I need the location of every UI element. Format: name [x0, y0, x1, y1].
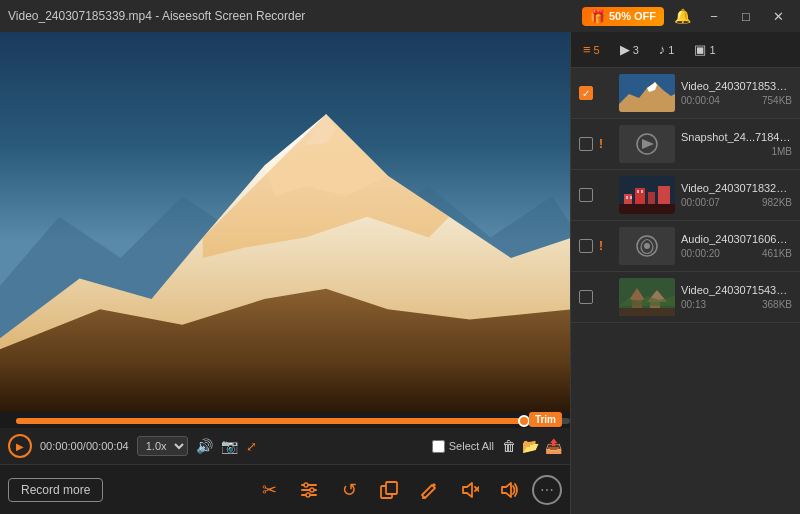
select-all-area: Select All — [432, 440, 494, 453]
video-preview-area[interactable] — [0, 32, 570, 412]
mountain-graphic — [0, 32, 570, 412]
tab-video[interactable]: ▶ 3 — [616, 38, 643, 61]
file-thumbnail — [619, 227, 675, 265]
titlebar-left: Video_240307185339.mp4 - Aiseesoft Scree… — [8, 9, 305, 23]
file-name: Video_240307154314.mp4 — [681, 284, 792, 296]
app-title: Video_240307185339.mp4 - Aiseesoft Scree… — [8, 9, 305, 23]
all-icon: ≡ — [583, 42, 591, 57]
file-meta: 00:00:07 982KB — [681, 197, 792, 208]
tab-image[interactable]: ▣ 1 — [690, 38, 719, 61]
file-duration: 00:00:04 — [681, 95, 720, 106]
action-icons: 🗑 📂 📤 — [502, 438, 562, 454]
file-checkbox[interactable] — [579, 137, 593, 151]
time-display: 00:00:00/00:00:04 — [40, 440, 129, 452]
file-thumbnail — [619, 74, 675, 112]
svg-rect-31 — [630, 196, 632, 199]
svg-rect-30 — [626, 196, 628, 199]
maximize-button[interactable]: □ — [732, 5, 760, 27]
scrubber-area: Trim — [0, 412, 570, 428]
svg-point-10 — [304, 483, 308, 487]
file-size: 982KB — [762, 197, 792, 208]
camera-icon[interactable]: 📷 — [221, 438, 238, 454]
tab-all[interactable]: ≡ 5 — [579, 38, 604, 61]
list-item[interactable]: Video_240307183229.mp4 00:00:07 982KB — [571, 170, 800, 221]
file-duration: 00:13 — [681, 299, 706, 310]
svg-point-12 — [306, 493, 310, 497]
more-options-button[interactable]: ⋯ — [532, 475, 562, 505]
folder-open-icon[interactable]: 📂 — [522, 438, 539, 454]
file-size: 1MB — [771, 146, 792, 157]
file-meta: 00:00:04 754KB — [681, 95, 792, 106]
edit-tool-button[interactable] — [412, 473, 446, 507]
mute-tool-button[interactable] — [452, 473, 486, 507]
image-icon: ▣ — [694, 42, 706, 57]
svg-rect-29 — [619, 204, 675, 214]
volume-tool-button[interactable] — [492, 473, 526, 507]
promo-badge[interactable]: 🎁 50% OFF — [582, 7, 664, 26]
video-frame — [0, 32, 570, 412]
audio-count: 1 — [668, 44, 674, 56]
close-button[interactable]: ✕ — [764, 5, 792, 27]
svg-point-36 — [644, 243, 650, 249]
bottom-toolbar: Record more ✂ ↺ — [0, 464, 570, 514]
list-item[interactable]: ! Audio_240307160615.mp3 00:00:20 461KB — [571, 221, 800, 272]
cut-tool-button[interactable]: ✂ — [252, 473, 286, 507]
notification-icon[interactable]: 🔔 — [668, 5, 696, 27]
volume-icon[interactable]: 🔊 — [196, 438, 213, 454]
tab-audio[interactable]: ♪ 1 — [655, 38, 679, 61]
select-all-checkbox[interactable] — [432, 440, 445, 453]
list-item[interactable]: ! Snapshot_24...7184042.png 1MB — [571, 119, 800, 170]
left-panel: Trim ▶ 00:00:00/00:00:04 1.0x 0.5x 1.5x … — [0, 32, 570, 514]
file-duration: 00:00:20 — [681, 248, 720, 259]
time-current: 00:00:00 — [40, 440, 83, 452]
file-list: ✓ Video_240307185339.mp4 00:00:04 754KB — [571, 68, 800, 514]
file-info: Audio_240307160615.mp3 00:00:20 461KB — [681, 233, 792, 259]
file-duration: 00:00:07 — [681, 197, 720, 208]
list-item[interactable]: Video_240307154314.mp4 00:13 368KB — [571, 272, 800, 323]
file-name: Audio_240307160615.mp3 — [681, 233, 792, 245]
media-type-tabs: ≡ 5 ▶ 3 ♪ 1 ▣ 1 — [571, 32, 800, 68]
fullscreen-icon[interactable]: ⤢ — [246, 439, 257, 454]
file-thumbnail — [619, 125, 675, 163]
all-count: 5 — [594, 44, 600, 56]
file-size: 754KB — [762, 95, 792, 106]
titlebar: Video_240307185339.mp4 - Aiseesoft Scree… — [0, 0, 800, 32]
copy-tool-button[interactable] — [372, 473, 406, 507]
file-checkbox[interactable] — [579, 188, 593, 202]
file-name: Video_240307185339.mp4 — [681, 80, 792, 92]
file-info: Video_240307183229.mp4 00:00:07 982KB — [681, 182, 792, 208]
svg-rect-14 — [386, 482, 397, 494]
warning-icon: ! — [599, 137, 613, 151]
time-total: 00:00:04 — [86, 440, 129, 452]
minimize-button[interactable]: − — [700, 5, 728, 27]
record-more-button[interactable]: Record more — [8, 478, 103, 502]
file-checkbox[interactable] — [579, 290, 593, 304]
export-icon[interactable]: 📤 — [545, 438, 562, 454]
warning-icon: ! — [599, 239, 613, 253]
svg-rect-32 — [637, 190, 639, 193]
speed-select[interactable]: 1.0x 0.5x 1.5x 2.0x — [137, 436, 188, 456]
select-all-label[interactable]: Select All — [449, 440, 494, 452]
video-icon: ▶ — [620, 42, 630, 57]
svg-rect-42 — [619, 308, 675, 316]
scrubber-track[interactable] — [16, 418, 570, 424]
play-button[interactable]: ▶ — [8, 434, 32, 458]
delete-icon[interactable]: 🗑 — [502, 438, 516, 454]
titlebar-controls: 🎁 50% OFF 🔔 − □ ✕ — [582, 5, 792, 27]
file-meta: 00:00:20 461KB — [681, 248, 792, 259]
enhance-tool-button[interactable] — [292, 473, 326, 507]
trim-button[interactable]: Trim — [529, 412, 562, 427]
file-thumbnail — [619, 176, 675, 214]
file-checkbox[interactable] — [579, 239, 593, 253]
scrubber-fill — [16, 418, 526, 424]
rotate-tool-button[interactable]: ↺ — [332, 473, 366, 507]
svg-point-11 — [310, 488, 314, 492]
promo-text: 50% OFF — [609, 10, 656, 22]
scrubber-thumb[interactable] — [518, 415, 530, 427]
file-checkbox[interactable]: ✓ — [579, 86, 593, 100]
image-count: 1 — [709, 44, 715, 56]
file-meta: 00:13 368KB — [681, 299, 792, 310]
list-item[interactable]: ✓ Video_240307185339.mp4 00:00:04 754KB — [571, 68, 800, 119]
file-size: 368KB — [762, 299, 792, 310]
main-layout: Trim ▶ 00:00:00/00:00:04 1.0x 0.5x 1.5x … — [0, 32, 800, 514]
